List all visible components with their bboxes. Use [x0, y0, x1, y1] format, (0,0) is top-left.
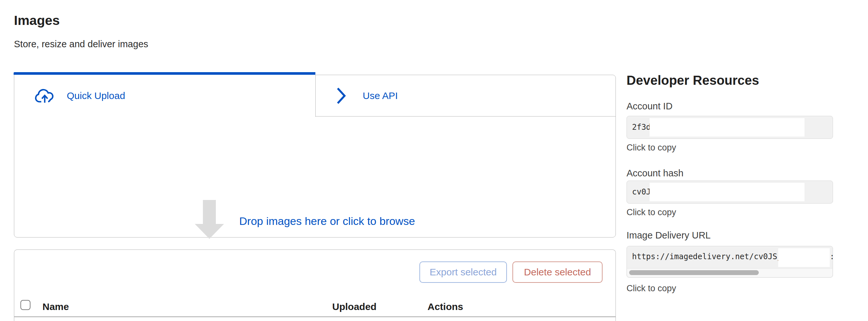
redaction-overlay	[650, 183, 804, 201]
page-title: Images	[14, 13, 60, 28]
account-hash-label: Account hash	[626, 168, 684, 179]
redaction-overlay	[650, 118, 804, 137]
image-delivery-url-value: https://imagedelivery.net/cv0JSj	[632, 246, 782, 267]
export-selected-button[interactable]: Export selected	[420, 261, 507, 283]
down-arrow-icon	[195, 200, 224, 239]
tab-quick-upload-label: Quick Upload	[67, 90, 125, 101]
account-hash-value: cv0J	[632, 181, 651, 203]
image-delivery-url-copy-hint: Click to copy	[626, 283, 676, 293]
column-header-actions: Actions	[428, 301, 463, 312]
upload-dropzone[interactable]: Drop images here or click to browse	[14, 117, 616, 237]
account-id-value: 2f3d	[632, 116, 651, 139]
page-subtitle: Store, resize and deliver images	[14, 39, 148, 49]
images-table-card: Export selected Delete selected Name Upl…	[14, 249, 616, 321]
column-header-uploaded: Uploaded	[332, 301, 377, 312]
horizontal-scrollbar-track	[627, 268, 832, 277]
developer-resources-heading: Developer Resources	[626, 73, 759, 88]
tab-use-api[interactable]: Use API	[316, 75, 616, 116]
account-id-label: Account ID	[626, 101, 673, 112]
image-delivery-url-label: Image Delivery URL	[626, 230, 711, 241]
horizontal-scrollbar-thumb[interactable]	[629, 270, 759, 275]
account-id-copy-hint: Click to copy	[626, 143, 676, 153]
table-header-divider	[14, 317, 616, 317]
active-tab-indicator	[13, 72, 315, 75]
account-hash-field[interactable]: cv0J	[626, 181, 833, 204]
column-header-name: Name	[42, 301, 69, 312]
tab-use-api-label: Use API	[363, 90, 398, 101]
select-all-checkbox[interactable]	[21, 300, 30, 310]
account-hash-copy-hint: Click to copy	[626, 207, 676, 217]
dropzone-label: Drop images here or click to browse	[239, 215, 415, 227]
chevron-right-icon	[336, 87, 346, 105]
account-id-field[interactable]: 2f3d	[626, 116, 833, 139]
image-delivery-url-field[interactable]: https://imagedelivery.net/cv0JSj :	[626, 246, 833, 278]
cloud-upload-icon	[34, 88, 55, 104]
tab-quick-upload[interactable]: Quick Upload	[14, 75, 316, 117]
upload-panel: Quick Upload Use API Drop images here or…	[14, 75, 616, 238]
redacted-url-fragment: :	[830, 246, 833, 267]
redaction-overlay	[778, 248, 830, 267]
delete-selected-button[interactable]: Delete selected	[513, 261, 602, 283]
